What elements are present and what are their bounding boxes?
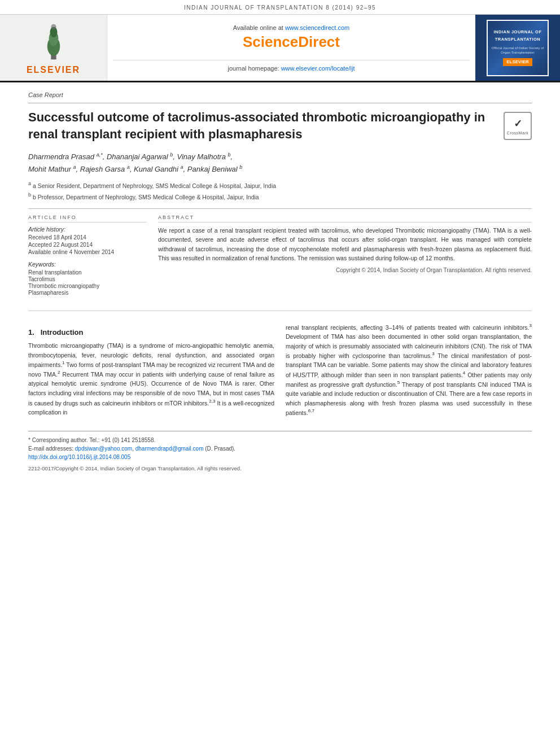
author-rajesh: Rajesh Garsa	[80, 165, 125, 173]
journal-homepage-link[interactable]: www.elsevier.com/locate/ijt	[281, 65, 355, 72]
journal-cover-image: INDIAN JOURNAL OF TRANSPLANTATION Offici…	[487, 20, 549, 76]
author-sup-b2: b	[228, 151, 231, 157]
article-title-section: Successful outcome of tacrolimus-associa…	[28, 109, 532, 142]
crossmark-label: CrossMark	[507, 131, 528, 135]
affiliation-b: b b Professor, Department of Nephrology,…	[28, 191, 532, 202]
footer-notes: * Corresponding author. Tel.: +91 (0) 14…	[28, 431, 532, 473]
elsevier-tree-icon	[25, 23, 82, 62]
body-left-column: 1. Introduction Thrombotic microangiopat…	[28, 322, 274, 422]
author-pankaj: Pankaj Beniwal	[187, 165, 238, 173]
journal-cover-right: INDIAN JOURNAL OF TRANSPLANTATION Offici…	[475, 15, 560, 81]
author-vinay: Vinay Malhotra	[177, 152, 225, 161]
journal-homepage: journal homepage: www.elsevier.com/locat…	[113, 60, 470, 72]
article-info-abstract: ARTICLE INFO Article history: Received 1…	[28, 215, 532, 302]
received-date: Received 18 April 2014	[28, 234, 147, 241]
journal-header: INDIAN JOURNAL OF TRANSPLANTATION 8 (201…	[0, 0, 560, 15]
crossmark-icon: ✓	[514, 117, 522, 130]
keywords-section: Keywords: Renal transplantation Tacrolim…	[28, 261, 147, 296]
author-kunal: Kunal Gandhi	[134, 165, 178, 173]
corresponding-author-note: * Corresponding author. Tel.: +91 (0) 14…	[28, 436, 532, 444]
author-dharmendra: Dharmendra Prasad	[28, 152, 94, 161]
footer-copyright: 2212-0017/Copyright © 2014, Indian Socie…	[28, 465, 532, 473]
cover-title-line1: INDIAN JOURNAL OF	[493, 29, 541, 35]
author-sup-a3: a	[127, 164, 130, 170]
body-right-column: renal transplant recipients, affecting 3…	[286, 322, 532, 422]
affiliation-a: a a Senior Resident, Department of Nephr…	[28, 180, 532, 190]
intro-paragraph-2: renal transplant recipients, affecting 3…	[286, 322, 532, 417]
author-sup-b1: b	[170, 151, 173, 157]
keywords-label: Keywords:	[28, 261, 147, 268]
cover-elsevier-badge: ELSEVIER	[503, 58, 532, 66]
abstract-column: ABSTRACT We report a case of a renal tra…	[158, 215, 532, 302]
available-online-date: Available online 4 November 2014	[28, 249, 147, 255]
email-link-1[interactable]: dpdsiwan@yahoo.com	[75, 445, 132, 452]
affil-sup-a: a	[28, 181, 31, 186]
authors-list: Dharmendra Prasad a,*, Dhananjai Agarwal…	[28, 150, 532, 175]
article-type-label: Case Report	[28, 91, 532, 98]
elsevier-label: ELSEVIER	[27, 65, 80, 75]
available-online-text: Available online at www.sciencedirect.co…	[233, 24, 349, 31]
article-history: Article history: Received 18 April 2014 …	[28, 226, 147, 255]
keyword-3: Thrombotic microangiopathy	[28, 283, 147, 289]
intro-paragraph-1: Thrombotic microangiopathy (TMA) is a sy…	[28, 341, 274, 417]
author-sup-b3: b	[239, 164, 242, 170]
email-link-2[interactable]: dharmendrapd@gmail.com	[135, 445, 204, 452]
sciencedirect-logo: ScienceDirect	[243, 33, 340, 51]
author-sup-a1: a,*	[97, 151, 103, 157]
author-sup-a2: a	[73, 164, 76, 170]
publisher-banner: ELSEVIER Available online at www.science…	[0, 15, 560, 82]
case-report-label-area: Case Report	[28, 91, 532, 103]
doi-link[interactable]: http://dx.doi.org/10.1016/j.ijt.2014.08.…	[28, 454, 130, 460]
history-label: Article history:	[28, 226, 147, 233]
doi-link-line: http://dx.doi.org/10.1016/j.ijt.2014.08.…	[28, 453, 532, 461]
author-mohit: Mohit Mathur	[28, 165, 71, 173]
article-info-heading: ARTICLE INFO	[28, 215, 147, 222]
article-info-column: ARTICLE INFO Article history: Received 1…	[28, 215, 147, 302]
abstract-text: We report a case of a renal transplant r…	[158, 226, 532, 263]
article-title: Successful outcome of tacrolimus-associa…	[28, 109, 495, 142]
abstract-copyright: Copyright © 2014, Indian Society of Orga…	[158, 267, 532, 273]
cover-title-line2: TRANSPLANTATION	[495, 37, 541, 42]
title-divider	[28, 103, 532, 103]
author-sup-a4: a	[181, 164, 183, 170]
publisher-center: Available online at www.sciencedirect.co…	[107, 15, 475, 81]
introduction-heading: 1. Introduction	[28, 328, 274, 337]
body-content: 1. Introduction Thrombotic microangiopat…	[28, 322, 532, 422]
body-divider	[28, 311, 532, 311]
elsevier-logo-left: ELSEVIER	[0, 15, 107, 81]
affil-sup-b: b	[28, 192, 31, 198]
crossmark-badge: ✓ CrossMark	[504, 112, 532, 140]
abstract-heading: ABSTRACT	[158, 215, 532, 222]
sciencedirect-link[interactable]: www.sciencedirect.com	[285, 24, 349, 31]
affiliations-section: a a Senior Resident, Department of Nephr…	[28, 180, 532, 202]
keyword-4: Plasmapharesis	[28, 290, 147, 296]
keyword-2: Tacrolimus	[28, 276, 147, 282]
svg-point-4	[51, 24, 56, 29]
cover-subtitle: Official Journal of Indian Society of Or…	[490, 46, 545, 54]
keyword-1: Renal transplantation	[28, 269, 147, 276]
info-abstract-divider	[28, 208, 532, 209]
accepted-date: Accepted 22 August 2014	[28, 242, 147, 248]
email-addresses: E-mail addresses: dpdsiwan@yahoo.com, dh…	[28, 444, 532, 453]
main-content: Case Report Successful outcome of tacrol…	[0, 82, 560, 484]
author-dhananjai: Dhananjai Agarwal	[107, 152, 168, 161]
